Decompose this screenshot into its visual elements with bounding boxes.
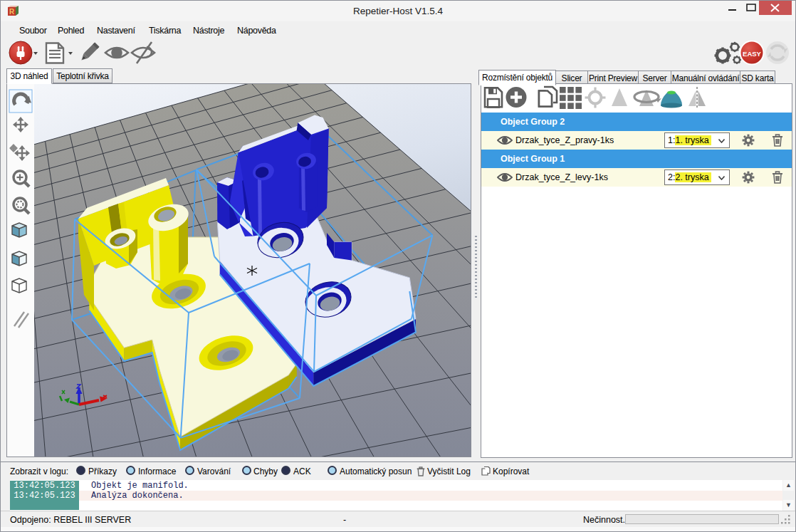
- svg-text:R: R: [9, 8, 15, 16]
- svg-text:EASY: EASY: [743, 50, 762, 58]
